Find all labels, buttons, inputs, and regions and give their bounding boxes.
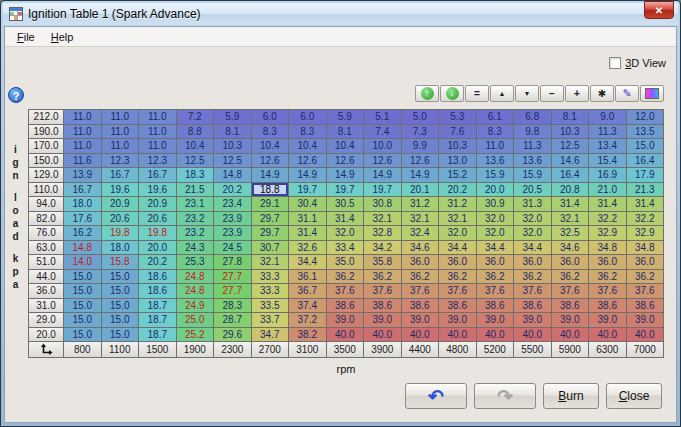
table-cell[interactable]: 11.6 bbox=[64, 154, 101, 168]
table-cell[interactable]: 38.6 bbox=[552, 299, 589, 313]
increment-down-button[interactable]: ↓ bbox=[440, 85, 464, 102]
table-cell[interactable]: 36.0 bbox=[477, 255, 514, 269]
table-cell[interactable]: 12.6 bbox=[402, 154, 439, 168]
table-cell[interactable]: 6.0 bbox=[252, 110, 289, 124]
table-cell[interactable]: 34.4 bbox=[514, 241, 551, 255]
table-cell[interactable]: 20.2 bbox=[139, 255, 176, 269]
table-cell[interactable]: 39.0 bbox=[514, 313, 551, 327]
table-cell[interactable]: 27.7 bbox=[214, 270, 251, 284]
table-cell[interactable]: 38.6 bbox=[627, 299, 664, 313]
table-cell[interactable]: 12.6 bbox=[252, 154, 289, 168]
table-cell[interactable]: 28.3 bbox=[214, 299, 251, 313]
table-cell[interactable]: 32.1 bbox=[402, 212, 439, 226]
table-cell[interactable]: 37.2 bbox=[289, 313, 326, 327]
table-cell[interactable]: 36.0 bbox=[589, 255, 626, 269]
table-cell[interactable]: 32.5 bbox=[552, 226, 589, 240]
table-cell[interactable]: 13.4 bbox=[589, 139, 626, 153]
table-cell[interactable]: 25.0 bbox=[177, 313, 214, 327]
table-cell[interactable]: 34.4 bbox=[477, 241, 514, 255]
table-cell[interactable]: 37.4 bbox=[289, 299, 326, 313]
table-cell[interactable]: 27.7 bbox=[214, 284, 251, 298]
table-cell[interactable]: 10.3 bbox=[552, 125, 589, 139]
table-cell[interactable]: 19.7 bbox=[364, 183, 401, 197]
table-cell[interactable]: 32.6 bbox=[289, 241, 326, 255]
table-cell[interactable]: 7.2 bbox=[177, 110, 214, 124]
table-cell[interactable]: 34.4 bbox=[439, 241, 476, 255]
menu-file[interactable]: File bbox=[9, 29, 43, 45]
increase-button[interactable]: ▲ bbox=[490, 85, 514, 102]
table-cell[interactable]: 20.6 bbox=[102, 212, 139, 226]
table-cell[interactable]: 37.6 bbox=[364, 284, 401, 298]
table-cell[interactable]: 40.0 bbox=[552, 328, 589, 342]
table-cell[interactable]: 20.2 bbox=[214, 183, 251, 197]
3d-view-checkbox[interactable] bbox=[609, 57, 621, 69]
table-cell[interactable]: 12.6 bbox=[327, 154, 364, 168]
table-cell[interactable]: 38.6 bbox=[364, 299, 401, 313]
table-cell[interactable]: 20.2 bbox=[439, 183, 476, 197]
table-cell[interactable]: 11.0 bbox=[64, 139, 101, 153]
table-cell[interactable]: 15.4 bbox=[589, 154, 626, 168]
table-cell[interactable]: 13.5 bbox=[627, 125, 664, 139]
table-cell[interactable]: 17.9 bbox=[627, 168, 664, 182]
table-cell[interactable]: 23.9 bbox=[214, 212, 251, 226]
table-cell[interactable]: 11.3 bbox=[589, 125, 626, 139]
table-cell[interactable]: 39.0 bbox=[439, 313, 476, 327]
table-cell[interactable]: 40.0 bbox=[514, 328, 551, 342]
table-cell[interactable]: 36.2 bbox=[589, 270, 626, 284]
table-cell[interactable]: 32.0 bbox=[514, 212, 551, 226]
table-cell[interactable]: 8.3 bbox=[252, 125, 289, 139]
table-cell[interactable]: 32.1 bbox=[252, 255, 289, 269]
table-cell[interactable]: 8.1 bbox=[552, 110, 589, 124]
table-cell[interactable]: 11.0 bbox=[102, 139, 139, 153]
table-cell[interactable]: 18.7 bbox=[139, 313, 176, 327]
table-cell[interactable]: 38.6 bbox=[589, 299, 626, 313]
table-cell[interactable]: 33.3 bbox=[252, 284, 289, 298]
table-cell[interactable]: 14.9 bbox=[252, 168, 289, 182]
table-cell[interactable]: 20.9 bbox=[102, 197, 139, 211]
table-cell[interactable]: 15.0 bbox=[64, 328, 101, 342]
table-cell[interactable]: 23.1 bbox=[177, 197, 214, 211]
table-cell[interactable]: 13.9 bbox=[64, 168, 101, 182]
table-cell[interactable]: 15.0 bbox=[102, 313, 139, 327]
table-cell[interactable]: 29.7 bbox=[252, 226, 289, 240]
table-cell[interactable]: 16.9 bbox=[589, 168, 626, 182]
table-cell[interactable]: 31.1 bbox=[289, 212, 326, 226]
table-cell[interactable]: 36.0 bbox=[627, 255, 664, 269]
burn-button[interactable]: Burn bbox=[543, 383, 599, 409]
table-cell[interactable]: 39.0 bbox=[589, 313, 626, 327]
table-cell[interactable]: 18.8 bbox=[252, 183, 289, 197]
table-cell[interactable]: 36.7 bbox=[289, 284, 326, 298]
table-cell[interactable]: 16.2 bbox=[64, 226, 101, 240]
table-cell[interactable]: 15.8 bbox=[102, 255, 139, 269]
table-cell[interactable]: 9.8 bbox=[514, 125, 551, 139]
table-cell[interactable]: 36.2 bbox=[439, 270, 476, 284]
table-cell[interactable]: 34.6 bbox=[402, 241, 439, 255]
table-cell[interactable]: 32.2 bbox=[589, 212, 626, 226]
table-cell[interactable]: 16.4 bbox=[627, 154, 664, 168]
table-cell[interactable]: 40.0 bbox=[439, 328, 476, 342]
table-cell[interactable]: 18.7 bbox=[139, 328, 176, 342]
table-cell[interactable]: 19.7 bbox=[327, 183, 364, 197]
subtract-button[interactable]: − bbox=[540, 85, 564, 102]
table-cell[interactable]: 10.4 bbox=[252, 139, 289, 153]
table-cell[interactable]: 7.4 bbox=[364, 125, 401, 139]
table-cell[interactable]: 11.0 bbox=[102, 110, 139, 124]
table-cell[interactable]: 17.6 bbox=[64, 212, 101, 226]
table-cell[interactable]: 16.7 bbox=[64, 183, 101, 197]
table-cell[interactable]: 36.2 bbox=[402, 270, 439, 284]
table-cell[interactable]: 32.9 bbox=[627, 226, 664, 240]
table-cell[interactable]: 29.1 bbox=[252, 197, 289, 211]
table-cell[interactable]: 36.2 bbox=[327, 270, 364, 284]
table-cell[interactable]: 20.9 bbox=[139, 197, 176, 211]
table-cell[interactable]: 39.0 bbox=[327, 313, 364, 327]
table-cell[interactable]: 8.1 bbox=[214, 125, 251, 139]
table-cell[interactable]: 18.0 bbox=[64, 197, 101, 211]
table-cell[interactable]: 16.4 bbox=[552, 168, 589, 182]
table-cell[interactable]: 24.5 bbox=[214, 241, 251, 255]
table-cell[interactable]: 37.6 bbox=[477, 284, 514, 298]
table-cell[interactable]: 36.0 bbox=[552, 255, 589, 269]
table-cell[interactable]: 37.6 bbox=[589, 284, 626, 298]
table-cell[interactable]: 12.6 bbox=[289, 154, 326, 168]
table-cell[interactable]: 16.7 bbox=[102, 168, 139, 182]
table-cell[interactable]: 40.0 bbox=[589, 328, 626, 342]
